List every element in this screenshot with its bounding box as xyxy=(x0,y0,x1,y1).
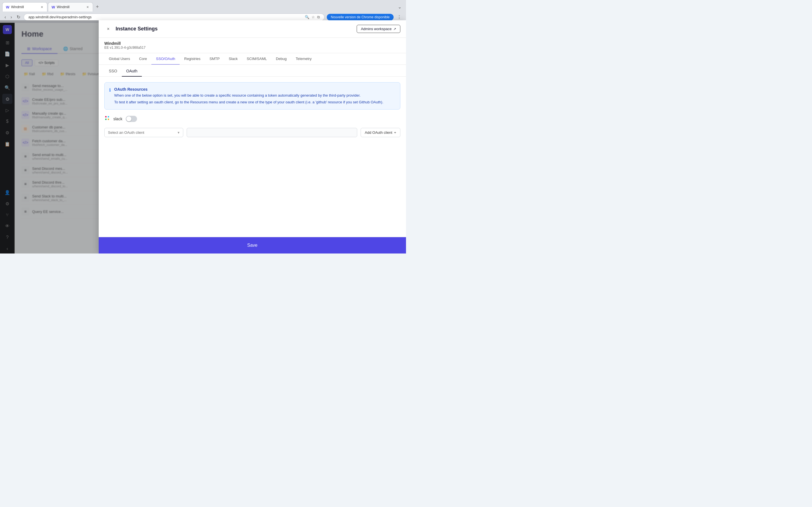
browser-chrome: W Windmill × W Windmill × + ⌄ ‹ › ↻ app.… xyxy=(0,0,406,23)
slack-toggle[interactable] xyxy=(126,116,137,122)
svg-rect-3 xyxy=(108,119,109,120)
info-icon: ℹ xyxy=(109,87,111,105)
modal-footer: Save xyxy=(99,237,406,253)
modal-overlay: × Instance Settings Admins workspace ↗ W… xyxy=(0,20,406,253)
nav-slack[interactable]: Slack xyxy=(224,53,242,65)
tab-bar: W Windmill × W Windmill × + ⌄ xyxy=(0,0,406,11)
admins-workspace-button[interactable]: Admins workspace ↗ xyxy=(357,25,400,33)
chevron-down-icon: ▾ xyxy=(177,130,180,135)
nav-smtp[interactable]: SMTP xyxy=(205,53,224,65)
external-link-icon: ↗ xyxy=(393,27,396,31)
tab-1-title: Windmill xyxy=(11,5,39,9)
modal-close-button[interactable]: × xyxy=(104,25,112,33)
nav-registries[interactable]: Registries xyxy=(180,53,205,65)
chrome-menu-icon[interactable]: ⋮ xyxy=(396,13,403,21)
modal-nav: Global Users Core SSO/OAuth Registries S… xyxy=(99,53,406,65)
new-tab-button[interactable]: + xyxy=(94,3,101,11)
app-name: Windmill xyxy=(104,41,400,46)
tab-2-close-icon[interactable]: × xyxy=(86,4,89,10)
tab-2-icon: W xyxy=(52,5,55,9)
app-version: EE v1.391.0-4-g3c988a517 xyxy=(104,46,400,50)
oauth-content: ℹ OAuth Resources When one of the below … xyxy=(99,76,406,143)
svg-rect-0 xyxy=(105,116,107,117)
info-banner-text-1: When one of the below option is set, you… xyxy=(114,93,384,98)
info-banner-title: OAuth Resources xyxy=(114,87,384,92)
svg-rect-1 xyxy=(108,116,109,117)
sub-tab-sso[interactable]: SSO xyxy=(104,66,122,76)
nav-telemetry[interactable]: Telemetry xyxy=(291,53,316,65)
oauth-select-row: Select an OAuth client ▾ Add OAuth clien… xyxy=(104,128,400,137)
tab-2[interactable]: W Windmill × xyxy=(48,2,93,11)
url-bar[interactable]: app.windmill.dev/#superadmin-settings 🔍 … xyxy=(24,13,325,21)
nav-global-users[interactable]: Global Users xyxy=(104,53,135,65)
chrome-update-button[interactable]: Nouvelle version de Chrome disponible xyxy=(327,14,394,20)
slack-label: slack xyxy=(113,117,122,121)
sub-tabs: SSO OAuth xyxy=(99,66,406,76)
svg-rect-2 xyxy=(105,119,107,120)
save-button[interactable]: Save xyxy=(242,242,263,249)
instance-settings-modal: × Instance Settings Admins workspace ↗ W… xyxy=(99,20,406,253)
app-layout: W ⊞ 📄 ▶ ⬡ 🔍 ⊙ ▷ $ ⚙ 📋 👤 ⚙ ⑂ 👁 ? ‹ Home ⊞… xyxy=(0,23,406,253)
modal-header: × Instance Settings Admins workspace ↗ xyxy=(99,20,406,38)
admins-workspace-label: Admins workspace xyxy=(361,27,392,31)
select-placeholder: Select an OAuth client xyxy=(108,130,144,135)
info-banner-text-2: To test it after setting an oauth client… xyxy=(114,100,384,105)
url-icons: 🔍 ☆ ⧉ xyxy=(305,15,320,19)
tab-1-close-icon[interactable]: × xyxy=(40,4,44,10)
nav-debug[interactable]: Debug xyxy=(271,53,291,65)
modal-meta: Windmill EE v1.391.0-4-g3c988a517 xyxy=(99,38,406,53)
plus-icon: + xyxy=(394,130,396,135)
nav-scim-saml[interactable]: SCIM/SAML xyxy=(242,53,271,65)
bookmark-icon: ☆ xyxy=(312,15,315,19)
slack-brand-icon xyxy=(104,115,110,122)
add-oauth-client-button[interactable]: Add OAuth client + xyxy=(361,128,400,137)
tab-1-icon: W xyxy=(6,5,9,9)
modal-title: Instance Settings xyxy=(116,26,353,32)
nav-core[interactable]: Core xyxy=(135,53,151,65)
back-button[interactable]: ‹ xyxy=(3,13,7,21)
tab-2-title: Windmill xyxy=(57,5,84,9)
tab-list-chevron[interactable]: ⌄ xyxy=(396,3,404,11)
extensions-icon: ⧉ xyxy=(317,15,320,19)
forward-button[interactable]: › xyxy=(9,13,13,21)
oauth-client-select[interactable]: Select an OAuth client ▾ xyxy=(104,128,183,137)
modal-body: SSO OAuth ℹ OAuth Resources When one of … xyxy=(99,65,406,237)
search-icon: 🔍 xyxy=(305,15,309,19)
sub-tab-oauth[interactable]: OAuth xyxy=(122,66,142,76)
nav-sso-oauth[interactable]: SSO/OAuth xyxy=(151,53,180,65)
url-text: app.windmill.dev/#superadmin-settings xyxy=(29,15,305,19)
oauth-info-banner: ℹ OAuth Resources When one of the below … xyxy=(104,82,400,110)
oauth-client-input[interactable] xyxy=(187,128,357,137)
reload-button[interactable]: ↻ xyxy=(15,13,21,21)
tab-1[interactable]: W Windmill × xyxy=(2,2,47,11)
slack-row: slack xyxy=(104,115,400,122)
